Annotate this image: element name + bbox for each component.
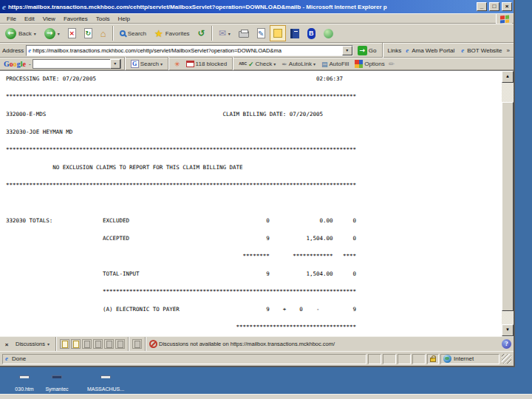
- page-ie-icon: e: [28, 47, 31, 54]
- back-dropdown-icon[interactable]: ▾: [34, 31, 36, 36]
- search-button[interactable]: Search: [116, 25, 150, 41]
- favorites-star-icon: ★: [154, 29, 163, 38]
- vertical-scrollbar[interactable]: ▲ ▼: [502, 71, 514, 336]
- discussions-close-button[interactable]: ×: [2, 340, 11, 349]
- link-ama-web-portal[interactable]: e Ama Web Portal: [403, 47, 457, 54]
- next-discussion-button[interactable]: [93, 339, 103, 349]
- not-available-icon: [149, 340, 157, 348]
- go-button[interactable]: → Go: [355, 46, 379, 55]
- zone-label: Internet: [454, 355, 474, 362]
- subscribe-button[interactable]: [132, 339, 142, 349]
- menu-item-view[interactable]: View: [39, 15, 59, 23]
- discussions-help-icon[interactable]: ?: [502, 339, 511, 349]
- menu-item-tools[interactable]: Tools: [92, 15, 114, 23]
- check-dropdown-icon[interactable]: ▾: [273, 61, 276, 66]
- print-button[interactable]: [235, 25, 253, 41]
- discussions-dropdown-icon[interactable]: ▾: [47, 341, 50, 347]
- messenger-button[interactable]: [320, 25, 337, 41]
- document-icon: [100, 375, 111, 378]
- highlighter-pen-icon[interactable]: ✏: [389, 60, 395, 68]
- mail-icon: ✉: [219, 29, 226, 38]
- site-popup-button[interactable]: ✳: [172, 61, 183, 68]
- edit-button[interactable]: ✎: [253, 25, 269, 41]
- menu-item-edit[interactable]: Edit: [21, 15, 38, 23]
- stop-icon: ×: [68, 28, 76, 38]
- toolbar-separator: [232, 57, 233, 72]
- google-search-dropdown-icon[interactable]: ▾: [160, 61, 163, 66]
- messenger-icon: [324, 29, 333, 38]
- google-search-input[interactable]: ▾: [33, 59, 121, 69]
- options-label: Options: [364, 61, 385, 67]
- discussions-icon: [273, 29, 282, 38]
- check-label: Check: [256, 61, 273, 67]
- status-page-icon: e: [5, 355, 8, 362]
- scroll-up-button[interactable]: ▲: [502, 71, 514, 83]
- insert-discussion-about-button[interactable]: [71, 339, 81, 349]
- autolink-button[interactable]: ✒ AutoLink ▾: [279, 61, 318, 68]
- google-search-dropdown[interactable]: ▾: [110, 59, 120, 69]
- back-icon: ←: [5, 28, 16, 39]
- forward-dropdown-icon[interactable]: ▾: [58, 31, 60, 36]
- standard-toolbar: ← Back ▾ → ▾ × ↻ ⌂ Search ★ Favorites ↺: [0, 24, 514, 43]
- status-bar: e Done Internet: [0, 351, 514, 366]
- toolbar-separator: [55, 337, 57, 352]
- spark-icon: ✳: [174, 61, 180, 68]
- stop-button[interactable]: ×: [64, 25, 80, 41]
- scrollbar-thumb[interactable]: [502, 102, 514, 311]
- close-button[interactable]: ×: [502, 2, 512, 11]
- discussion-page-icon: [95, 341, 101, 348]
- status-pane-empty: [412, 354, 426, 364]
- autofill-label: AutoFill: [329, 61, 349, 67]
- scroll-down-button[interactable]: ▼: [502, 324, 514, 336]
- filter-discussions-button[interactable]: [115, 339, 125, 349]
- maximize-button[interactable]: □: [489, 2, 499, 11]
- mail-dropdown-icon[interactable]: ▾: [228, 31, 231, 36]
- menu-item-file[interactable]: File: [3, 15, 20, 23]
- discussion-page-icon: [73, 341, 79, 348]
- content-area: PROCESSING DATE: 07/20/2005 02:06:37 ***…: [0, 70, 514, 336]
- scrollbar-track[interactable]: [502, 311, 514, 324]
- address-url: https://mailbox.transactions.mckhboc.com…: [33, 47, 341, 54]
- links-label: Links: [387, 47, 401, 54]
- link-bot-website[interactable]: e BOT Website: [459, 47, 504, 54]
- discussions-bar: × Discussions ▾ Discussions not availabl…: [0, 336, 514, 351]
- favorites-button[interactable]: ★ Favorites: [151, 25, 194, 41]
- resize-grip[interactable]: [502, 354, 511, 364]
- autofill-button[interactable]: ▤ AutoFill: [319, 61, 351, 68]
- discussion-page-icon: [84, 341, 90, 348]
- discussions-menu-button[interactable]: Discussions ▾: [13, 340, 52, 348]
- check-icon: ✓: [248, 61, 254, 68]
- windows-logo: [496, 14, 512, 24]
- minimize-button[interactable]: _: [477, 2, 487, 11]
- title-bar[interactable]: e https://mailbox.transactions.mckhboc.c…: [0, 0, 514, 13]
- bluetooth-button[interactable]: B: [304, 25, 319, 41]
- menu-item-help[interactable]: Help: [114, 15, 133, 23]
- mail-button[interactable]: ✉ ▾: [215, 25, 234, 41]
- options-button[interactable]: Options: [352, 60, 387, 68]
- autolink-dropdown-icon[interactable]: ▾: [313, 61, 316, 66]
- popup-blocker-button[interactable]: 118 blocked: [184, 61, 230, 67]
- menu-item-favorites[interactable]: Favorites: [60, 15, 92, 23]
- research-button[interactable]: [287, 25, 303, 41]
- spellcheck-button[interactable]: ABC ✓ Check ▾: [236, 61, 278, 68]
- history-button[interactable]: ↺: [194, 25, 209, 41]
- taskbar-edge: [0, 394, 532, 399]
- google-logo: Google: [2, 60, 27, 69]
- previous-discussion-button[interactable]: [82, 339, 92, 349]
- go-arrow-icon: →: [358, 46, 367, 55]
- links-overflow-chevron[interactable]: »: [507, 47, 511, 54]
- discussions-toggle-button[interactable]: [270, 25, 286, 41]
- forward-button[interactable]: → ▾: [41, 25, 64, 41]
- research-book-icon: [290, 29, 299, 38]
- insert-discussion-button[interactable]: [60, 339, 69, 349]
- toolbar-separator: [168, 57, 169, 72]
- home-button[interactable]: ⌂: [97, 25, 110, 41]
- search-label: Search: [128, 30, 146, 37]
- google-search-button[interactable]: G Search ▾: [129, 60, 165, 68]
- link-label: BOT Website: [467, 47, 502, 54]
- show-hide-discussions-button[interactable]: [104, 339, 114, 349]
- address-input[interactable]: e https://mailbox.transactions.mckhboc.c…: [26, 45, 352, 56]
- address-dropdown-button[interactable]: ▾: [342, 46, 352, 55]
- back-button[interactable]: ← Back ▾: [1, 25, 40, 41]
- refresh-button[interactable]: ↻: [81, 25, 96, 41]
